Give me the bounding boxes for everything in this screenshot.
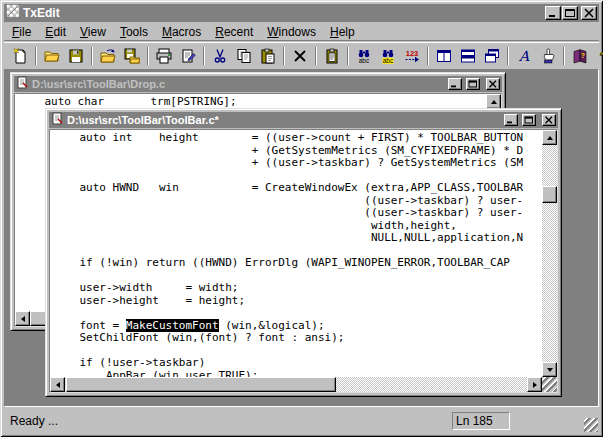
child-maximize-button[interactable]: [466, 78, 480, 90]
cut-button[interactable]: [208, 45, 232, 67]
open-folder-icon: [44, 48, 60, 64]
toolbar-separator: [347, 47, 349, 65]
child-maximize-button[interactable]: [522, 114, 536, 126]
scroll-left-button[interactable]: [50, 377, 65, 392]
line-number-indicator: Ln 185: [452, 412, 510, 430]
hand-pointer-button[interactable]: [536, 45, 560, 67]
statusbar-resize-grip[interactable]: [584, 418, 598, 432]
menu-bar: FileEditViewToolsMacrosRecentWindowsHelp: [4, 23, 599, 41]
save-file-button[interactable]: [64, 45, 88, 67]
clipboard-viewer-icon: [324, 48, 340, 64]
vertical-scrollbar[interactable]: [542, 130, 557, 377]
menu-item-file[interactable]: File: [5, 24, 38, 40]
replace-binoculars-icon: abc: [380, 48, 396, 64]
tile-horizontal-icon: [460, 48, 476, 64]
toolbar-separator: [91, 47, 93, 65]
txedit-window: TxEdit FileEditViewToolsMacrosRecentWind…: [0, 0, 603, 437]
txedit-app-icon: [6, 4, 20, 22]
print-icon: [156, 48, 172, 64]
horizontal-scrollbar[interactable]: [50, 377, 542, 392]
save-floppy-icon: [68, 48, 84, 64]
menu-item-help[interactable]: Help: [323, 24, 362, 40]
cascade-windows-icon: [484, 48, 500, 64]
context-help-button[interactable]: ?: [592, 45, 603, 67]
help-book-icon: ?: [572, 48, 588, 64]
child-close-button[interactable]: [542, 114, 556, 126]
new-file-icon: [12, 48, 28, 64]
menu-item-macros[interactable]: Macros: [155, 24, 208, 40]
clipboard-viewer-button[interactable]: [320, 45, 344, 67]
save-all-button[interactable]: [120, 45, 144, 67]
print-button[interactable]: [152, 45, 176, 67]
window-title: TxEdit: [23, 6, 544, 20]
scroll-up-button[interactable]: [542, 130, 557, 145]
tile-horizontal-button[interactable]: [456, 45, 480, 67]
child-minimize-button[interactable]: [448, 78, 462, 90]
tile-vertical-button[interactable]: [432, 45, 456, 67]
child-titlebar[interactable]: D:\usr\src\ToolBar\Drop.c: [14, 76, 502, 92]
svg-text:?: ?: [581, 51, 585, 58]
paste-clipboard-icon: [260, 48, 276, 64]
minimize-button[interactable]: [545, 6, 561, 20]
question-mark-icon: ?: [596, 48, 603, 64]
editor-client: auto int height = ((user->count + FIRST)…: [49, 129, 558, 393]
cascade-button[interactable]: [480, 45, 504, 67]
font-button[interactable]: A: [512, 45, 536, 67]
scroll-down-button[interactable]: [542, 362, 557, 377]
new-file-button[interactable]: [8, 45, 32, 67]
child-close-button[interactable]: [486, 78, 500, 90]
maximize-button[interactable]: [562, 6, 578, 20]
window-resize-grip[interactable]: [542, 377, 557, 392]
open-file-button[interactable]: [40, 45, 64, 67]
delete-x-icon: [292, 48, 308, 64]
goto-line-button[interactable]: 123: [400, 45, 424, 67]
open-files-icon: [100, 48, 116, 64]
menu-item-recent[interactable]: Recent: [208, 24, 260, 40]
scrollbar-thumb[interactable]: [542, 186, 557, 203]
svg-text:abc: abc: [383, 57, 394, 64]
text-editor-toolbar-c[interactable]: auto int height = ((user->count + FIRST)…: [50, 130, 542, 377]
delete-button[interactable]: [288, 45, 312, 67]
help-book-button[interactable]: ?: [568, 45, 592, 67]
menu-item-tools[interactable]: Tools: [113, 24, 155, 40]
toolbar-separator: [283, 47, 285, 65]
toolbar-separator: [147, 47, 149, 65]
tile-vertical-icon: [436, 48, 452, 64]
page-setup-icon: [180, 48, 196, 64]
status-bar: Ready ... Ln 185: [4, 409, 599, 433]
scrollbar-track[interactable]: [542, 130, 557, 377]
status-message: Ready ...: [10, 414, 58, 428]
cut-scissors-icon: [212, 48, 228, 64]
hand-pointer-icon: [540, 48, 556, 64]
find-binoculars-icon: abc: [356, 48, 372, 64]
scroll-right-button[interactable]: [527, 377, 542, 392]
toolbar-separator: [507, 47, 509, 65]
scrollbar-thumb[interactable]: [66, 377, 336, 392]
font-icon: A: [516, 48, 532, 64]
svg-text:A: A: [518, 48, 530, 64]
main-titlebar[interactable]: TxEdit: [4, 4, 599, 22]
page-setup-button[interactable]: [176, 45, 200, 67]
open-files-button[interactable]: [96, 45, 120, 67]
menu-item-edit[interactable]: Edit: [38, 24, 73, 40]
menu-item-view[interactable]: View: [73, 24, 113, 40]
goto-line-icon: 123: [404, 48, 420, 64]
toolbar-separator: [427, 47, 429, 65]
child-titlebar[interactable]: D:\usr\src\ToolBar\ToolBar.c*: [49, 112, 558, 128]
child-window-title: D:\usr\src\ToolBar\Drop.c: [32, 78, 444, 90]
toolbar-separator: [315, 47, 317, 65]
find-button[interactable]: abc: [352, 45, 376, 67]
menu-item-windows[interactable]: Windows: [260, 24, 323, 40]
save-all-icon: [124, 48, 140, 64]
svg-text:?: ?: [599, 48, 603, 64]
toolbar-separator: [203, 47, 205, 65]
replace-button[interactable]: abc: [376, 45, 400, 67]
document-icon: [16, 75, 29, 93]
child-minimize-button[interactable]: [504, 114, 518, 126]
scroll-left-button[interactable]: [15, 311, 30, 326]
copy-button[interactable]: [232, 45, 256, 67]
scroll-up-button[interactable]: [486, 94, 501, 109]
child-window-toolbar-c: D:\usr\src\ToolBar\ToolBar.c* auto int h…: [45, 108, 562, 397]
close-button[interactable]: [581, 6, 597, 20]
paste-button[interactable]: [256, 45, 280, 67]
